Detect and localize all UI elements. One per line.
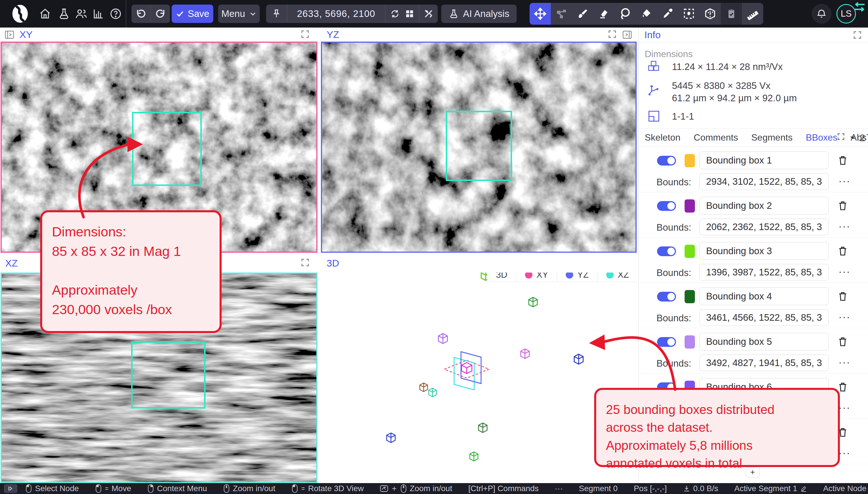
- bounding-box-3d-marker[interactable]: [519, 348, 531, 360]
- delete-trash-icon[interactable]: [837, 245, 849, 257]
- status-item: Select Node: [25, 484, 79, 493]
- datasets-flask-icon[interactable]: [58, 7, 70, 20]
- save-button[interactable]: Save: [172, 5, 213, 23]
- xz-viewport-label: XZ: [5, 258, 18, 269]
- pipette-tool-button[interactable]: [657, 3, 678, 25]
- panel-collapse-icon[interactable]: [622, 29, 633, 40]
- maximize-icon[interactable]: [300, 258, 311, 268]
- more-options-ellipsis[interactable]: ···: [838, 220, 850, 232]
- undo-button[interactable]: [131, 5, 151, 23]
- move-tool-button[interactable]: [530, 3, 551, 25]
- bounding-box-3d-marker[interactable]: [385, 432, 397, 444]
- panel-toggle-icon[interactable]: [4, 29, 15, 40]
- visibility-toggle[interactable]: [657, 337, 676, 347]
- bounding-box-3d-marker[interactable]: [477, 422, 489, 434]
- expand-tabs-icon[interactable]: [837, 132, 845, 143]
- bounding-box-3d-marker[interactable]: [572, 353, 585, 365]
- bounding-box-tool-button[interactable]: [700, 3, 721, 25]
- color-swatch[interactable]: [685, 200, 695, 213]
- 3d-viewport[interactable]: 3D XY YZ XZ: [321, 272, 636, 483]
- tab-segments[interactable]: Segments: [751, 132, 793, 143]
- help-icon[interactable]: [109, 7, 122, 20]
- xy-view-button[interactable]: XY: [516, 272, 557, 282]
- color-swatch[interactable]: [685, 290, 695, 303]
- chevron-down-icon: [249, 10, 257, 18]
- maximize-icon[interactable]: [300, 29, 311, 40]
- bounds-input[interactable]: [700, 309, 829, 326]
- delete-trash-icon[interactable]: [837, 290, 849, 302]
- more-options-ellipsis[interactable]: ···: [838, 402, 850, 414]
- bounding-box-name-input[interactable]: [700, 242, 829, 260]
- status-item[interactable]: Active Segment 1: [734, 484, 807, 493]
- bounding-box-outline-xy[interactable]: [132, 112, 202, 186]
- visibility-toggle[interactable]: [657, 156, 676, 166]
- brush-tool-button[interactable]: [572, 3, 593, 25]
- more-options-ellipsis[interactable]: ···: [838, 175, 850, 187]
- bounding-box-3d-marker[interactable]: [527, 296, 539, 308]
- delete-trash-icon[interactable]: [837, 200, 849, 212]
- bounding-box-outline-xz[interactable]: [131, 341, 205, 408]
- settings-tools-icon[interactable]: [419, 5, 438, 23]
- visibility-toggle[interactable]: [657, 246, 676, 256]
- bounding-box-name-input[interactable]: [700, 151, 829, 169]
- color-swatch[interactable]: [685, 335, 695, 348]
- proofread-tool-button[interactable]: [721, 3, 742, 25]
- more-options-ellipsis[interactable]: ···: [838, 447, 850, 459]
- pin-position-button[interactable]: [266, 5, 287, 23]
- tab-skeleton[interactable]: Skeleton: [645, 132, 681, 143]
- tab-comments[interactable]: Comments: [694, 132, 738, 143]
- more-options-ellipsis[interactable]: ···: [838, 311, 850, 323]
- notifications-bell-icon[interactable]: [812, 4, 831, 23]
- redo-button[interactable]: [151, 5, 170, 23]
- ai-analysis-button[interactable]: AI Analysis: [441, 5, 517, 23]
- position-input[interactable]: 2633, 5696, 2100: [287, 5, 385, 23]
- statistics-icon[interactable]: [92, 7, 105, 20]
- tab-bboxes[interactable]: BBoxes: [806, 132, 837, 143]
- bounds-input[interactable]: [700, 355, 829, 371]
- bounding-box-3d-marker[interactable]: [437, 332, 449, 345]
- bounding-box-name-input[interactable]: [700, 197, 829, 214]
- users-icon[interactable]: [75, 7, 88, 20]
- more-options-ellipsis[interactable]: ···: [838, 266, 850, 278]
- color-swatch[interactable]: [685, 245, 695, 258]
- 3d-view-button[interactable]: 3D: [487, 272, 516, 282]
- maximize-icon[interactable]: [607, 29, 618, 40]
- bounding-box-outline-yz[interactable]: [446, 111, 512, 181]
- quick-select-tool-button[interactable]: [678, 3, 700, 25]
- status-item[interactable]: Active Node -: [823, 484, 868, 493]
- menu-button[interactable]: Menu: [218, 5, 260, 23]
- toolbar-divider: [126, 0, 126, 27]
- visibility-toggle[interactable]: [657, 292, 676, 302]
- bounds-input[interactable]: [700, 264, 829, 281]
- measure-tool-button[interactable]: [742, 3, 763, 25]
- tab-overflow-caret-icon[interactable]: [849, 135, 856, 140]
- statusbar-expand-button[interactable]: [4, 484, 17, 493]
- webknossos-app: Save Menu 2633, 5696, 2100: [0, 0, 868, 494]
- bounding-box-3d-marker[interactable]: [468, 451, 480, 462]
- eraser-tool-button[interactable]: [593, 3, 614, 25]
- 3d-crosshair-gizmo: [441, 348, 493, 392]
- lasso-tool-button[interactable]: [614, 3, 636, 25]
- home-icon[interactable]: [39, 7, 51, 20]
- fill-tool-button[interactable]: [636, 3, 657, 25]
- layout-grid-icon[interactable]: [401, 5, 419, 23]
- xz-view-button[interactable]: XZ: [597, 272, 636, 282]
- bounding-box-row: Bounds: ···: [639, 238, 868, 283]
- bounds-input[interactable]: [700, 218, 829, 235]
- extent-axes-icon: [647, 83, 661, 97]
- color-swatch[interactable]: [685, 154, 695, 167]
- delete-trash-icon[interactable]: [837, 336, 849, 348]
- webknossos-logo[interactable]: [10, 4, 30, 23]
- bounding-box-name-input[interactable]: [700, 333, 829, 350]
- visibility-toggle[interactable]: [657, 201, 676, 211]
- expand-panel-icon[interactable]: [852, 30, 862, 40]
- delete-trash-icon[interactable]: [837, 154, 849, 166]
- skeleton-tool-button[interactable]: [551, 3, 572, 25]
- more-options-ellipsis[interactable]: ···: [838, 356, 850, 368]
- position-group: 2633, 5696, 2100: [266, 5, 424, 23]
- bounds-input[interactable]: [700, 173, 829, 190]
- bounding-box-name-input[interactable]: [700, 287, 829, 305]
- bounding-box-3d-marker[interactable]: [427, 387, 438, 398]
- yz-view-button[interactable]: YZ: [557, 272, 597, 282]
- status-item: Rotate 3D View: [291, 484, 364, 493]
